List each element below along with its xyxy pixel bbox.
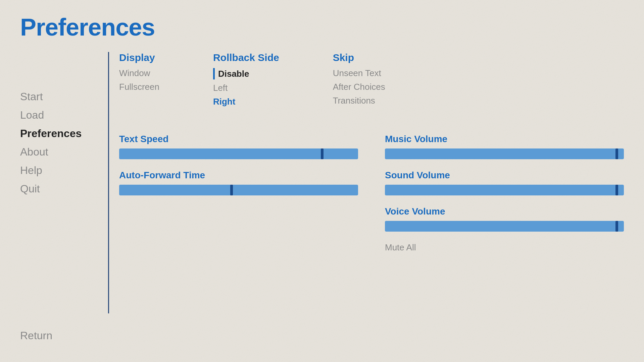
skip-option-transitions[interactable]: Transitions (333, 96, 385, 106)
text-speed-label: Text Speed (119, 134, 358, 144)
display-option-fullscreen[interactable]: Fullscreen (119, 82, 159, 92)
voice-volume-label: Voice Volume (385, 206, 624, 217)
return-button[interactable]: Return (20, 329, 52, 342)
auto-forward-slider[interactable] (119, 185, 358, 195)
sidebar-item-preferences[interactable]: Preferences (20, 127, 107, 140)
rollback-option-disable[interactable]: Disable (213, 68, 279, 79)
text-speed-slider[interactable] (119, 148, 358, 159)
sidebar-item-start[interactable]: Start (20, 90, 107, 103)
content-area: Display Window Fullscreen Rollback Side … (119, 52, 624, 342)
rollback-group: Rollback Side Disable Left Right (213, 52, 279, 110)
skip-title: Skip (333, 52, 385, 63)
auto-forward-label: Auto-Forward Time (119, 170, 358, 181)
sidebar-item-about[interactable]: About (20, 146, 107, 158)
rollback-option-right[interactable]: Right (213, 97, 279, 107)
text-speed-thumb (321, 148, 324, 159)
left-sliders: Text Speed Auto-Forward Time (119, 134, 358, 253)
sound-volume-thumb (615, 185, 618, 195)
skip-option-unseen[interactable]: Unseen Text (333, 68, 385, 78)
sidebar-item-help[interactable]: Help (20, 164, 107, 177)
music-volume-thumb (615, 148, 618, 159)
display-option-window[interactable]: Window (119, 68, 159, 78)
voice-volume-thumb (615, 221, 618, 232)
sidebar-divider (108, 52, 109, 313)
music-volume-label: Music Volume (385, 134, 624, 144)
sidebar-item-quit[interactable]: Quit (20, 183, 107, 195)
sound-volume-label: Sound Volume (385, 170, 624, 181)
rollback-title: Rollback Side (213, 52, 279, 63)
display-group: Display Window Fullscreen (119, 52, 159, 110)
sound-volume-slider[interactable] (385, 185, 624, 195)
sidebar: Start Load Preferences About Help Quit (20, 90, 107, 201)
auto-forward-thumb (230, 185, 233, 195)
page-title: Preferences (20, 13, 155, 41)
top-section: Display Window Fullscreen Rollback Side … (119, 52, 624, 110)
sliders-section: Text Speed Auto-Forward Time Music Volum… (119, 134, 624, 253)
rollback-selected-indicator (213, 68, 215, 79)
rollback-option-left[interactable]: Left (213, 83, 279, 93)
music-volume-slider[interactable] (385, 148, 624, 159)
voice-volume-slider[interactable] (385, 221, 624, 232)
mute-all-button[interactable]: Mute All (385, 242, 624, 253)
skip-option-after-choices[interactable]: After Choices (333, 82, 385, 92)
skip-group: Skip Unseen Text After Choices Transitio… (333, 52, 385, 110)
display-title: Display (119, 52, 159, 63)
sidebar-item-load[interactable]: Load (20, 109, 107, 121)
right-sliders: Music Volume Sound Volume Voice Volume M… (385, 134, 624, 253)
